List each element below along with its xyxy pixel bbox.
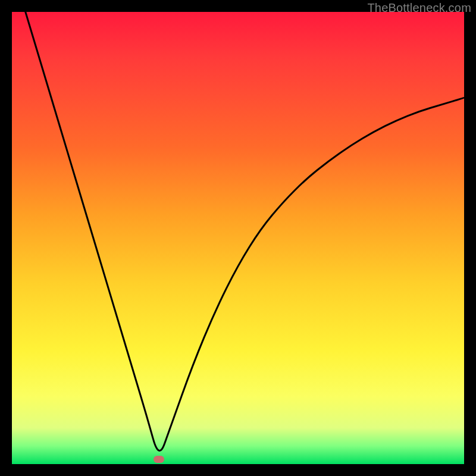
optimal-point-marker bbox=[154, 456, 164, 463]
chart-svg bbox=[12, 12, 464, 464]
bottleneck-curve bbox=[26, 12, 464, 450]
chart-frame bbox=[12, 12, 464, 464]
